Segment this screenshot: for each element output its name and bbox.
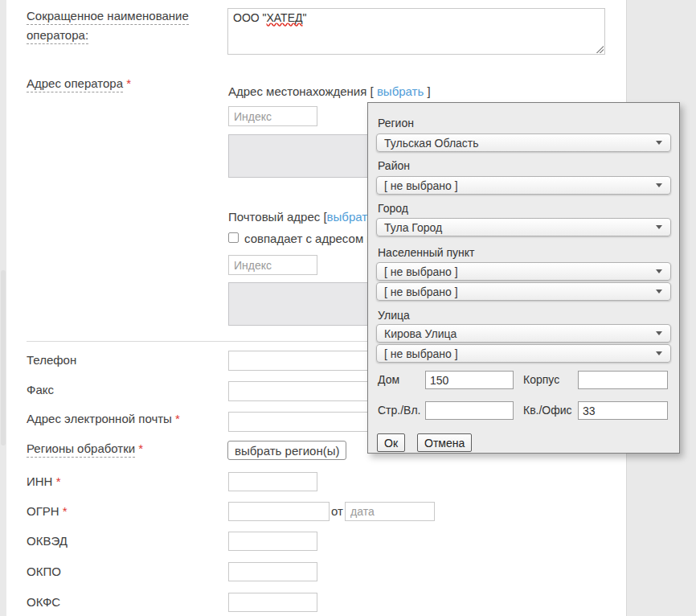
okfs-input[interactable] xyxy=(228,593,317,612)
short-name-value-prefix: ООО " xyxy=(233,11,267,24)
location-address-label: Адрес местонахождения [ xyxy=(228,84,374,98)
city-select[interactable]: Тула Город xyxy=(376,218,671,236)
operator-address-label-text: Адрес оператора xyxy=(27,76,123,92)
settlement-select-1[interactable]: [ не выбрано ] xyxy=(376,262,671,281)
required-asterisk: * xyxy=(56,474,61,488)
ogrn-from-label: от xyxy=(331,504,343,519)
street-label: Улица xyxy=(378,309,410,322)
required-asterisk: * xyxy=(126,76,131,90)
city-label: Город xyxy=(378,202,408,215)
settlement-label: Населенный пункт xyxy=(378,246,474,259)
street-select-2[interactable]: [ не выбрано ] xyxy=(376,344,671,363)
house-input[interactable] xyxy=(425,371,514,389)
ogrn-date-input[interactable] xyxy=(345,502,435,521)
email-label: Адрес электронной почты * xyxy=(27,412,180,427)
settlement-select-1-value: [ не выбрано ] xyxy=(384,265,458,278)
postal-address-label: Почтовый адрес [ xyxy=(228,210,327,224)
select-regions-button[interactable]: выбрать регион(ы) xyxy=(227,441,346,460)
dropdown-arrow-icon xyxy=(656,225,662,229)
short-name-label: Сокращенное наименование оператора: xyxy=(27,6,221,45)
okfs-label: ОКФС xyxy=(27,595,60,610)
house-label: Дом xyxy=(378,373,399,386)
required-asterisk: * xyxy=(138,441,143,455)
operator-registration-page: Сокращенное наименование оператора: ООО … xyxy=(0,0,696,616)
okpo-label: ОКПО xyxy=(27,565,61,580)
ogrn-label: ОГРН * xyxy=(27,504,68,519)
inn-label-text: ИНН xyxy=(27,474,52,488)
misspelled-word: ХАТЕД xyxy=(267,11,303,24)
city-select-value: Тула Город xyxy=(384,221,442,234)
same-address-checkbox[interactable] xyxy=(228,232,239,243)
fax-label: Факс xyxy=(27,383,54,398)
left-scrollbar-thumb[interactable] xyxy=(1,270,6,446)
cancel-button[interactable]: Отмена xyxy=(417,433,472,452)
address-select-popup: Регион Тульская Область Район [ не выбра… xyxy=(367,102,680,454)
dropdown-arrow-icon xyxy=(656,351,662,355)
postal-index-input[interactable] xyxy=(228,255,317,275)
ogrn-label-text: ОГРН xyxy=(27,504,59,518)
dropdown-arrow-icon xyxy=(656,290,662,294)
ok-button[interactable]: Ок xyxy=(377,433,405,452)
location-index-input[interactable] xyxy=(228,106,317,126)
structure-label: Стр./Вл. xyxy=(378,404,420,417)
street-select-2-value: [ не выбрано ] xyxy=(384,347,458,360)
building-input[interactable] xyxy=(578,371,668,389)
district-select-value: [ не выбрано ] xyxy=(384,179,458,192)
phone-label: Телефон xyxy=(27,353,76,368)
regions-label-text: Регионы обработки xyxy=(27,441,135,458)
inn-label: ИНН * xyxy=(27,474,60,490)
postal-address-row: Почтовый адрес [выбрать ] xyxy=(228,210,380,225)
okved-input[interactable] xyxy=(228,532,317,551)
dropdown-arrow-icon xyxy=(656,269,662,273)
street-select-1-value: Кирова Улица xyxy=(384,327,456,340)
region-select-value: Тульская Область xyxy=(384,137,479,150)
apartment-input[interactable] xyxy=(578,401,668,420)
region-select[interactable]: Тульская Область xyxy=(376,133,671,152)
building-label: Корпус xyxy=(523,373,559,386)
operator-address-label: Адрес оператора * xyxy=(27,76,131,92)
dropdown-arrow-icon xyxy=(656,183,662,187)
resize-handle-icon[interactable] xyxy=(596,45,604,53)
settlement-select-2-value: [ не выбрано ] xyxy=(384,285,458,298)
regions-label: Регионы обработки * xyxy=(27,441,143,457)
dropdown-arrow-icon xyxy=(656,331,662,335)
district-select[interactable]: [ не выбрано ] xyxy=(376,176,671,195)
region-label: Регион xyxy=(378,117,414,129)
street-select-1[interactable]: Кирова Улица xyxy=(376,324,671,343)
inn-input[interactable] xyxy=(228,472,317,491)
structure-input[interactable] xyxy=(425,401,514,420)
okpo-input[interactable] xyxy=(228,562,317,581)
email-label-text: Адрес электронной почты xyxy=(27,412,172,425)
ogrn-input[interactable] xyxy=(228,502,330,521)
short-name-value-suffix: " xyxy=(302,11,306,24)
settlement-select-2[interactable]: [ не выбрано ] xyxy=(376,282,671,301)
location-bracket-close: ] xyxy=(427,84,430,98)
apartment-label: Кв./Офис xyxy=(523,404,572,417)
location-address-row: Адрес местонахождения [ выбрать ] xyxy=(228,84,431,100)
location-choose-link[interactable]: выбрать xyxy=(377,84,424,98)
district-label: Район xyxy=(378,159,410,172)
dropdown-arrow-icon xyxy=(656,141,662,145)
required-asterisk: * xyxy=(63,504,68,518)
short-name-label-text: Сокращенное наименование оператора: xyxy=(27,9,189,44)
okved-label: ОКВЭД xyxy=(27,534,68,549)
short-name-textarea[interactable]: ООО "ХАТЕД" xyxy=(227,8,605,55)
required-asterisk: * xyxy=(175,412,180,425)
